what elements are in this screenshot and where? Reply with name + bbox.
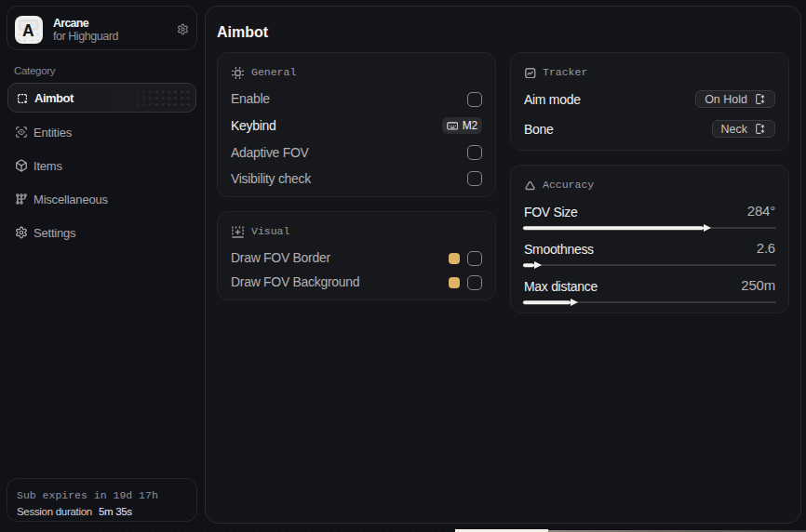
svg-text:A: A (22, 21, 34, 40)
